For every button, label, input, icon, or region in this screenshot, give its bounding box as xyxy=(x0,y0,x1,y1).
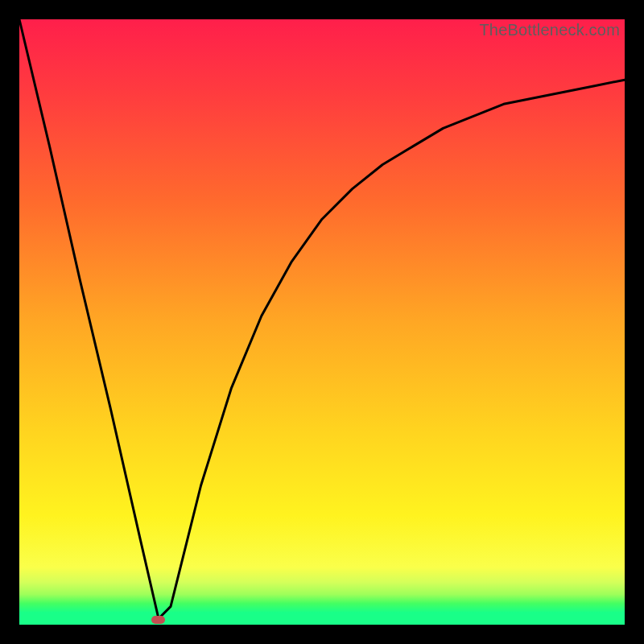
plot-area: TheBottleneck.com xyxy=(19,19,625,625)
curve-path xyxy=(19,19,625,619)
bottleneck-curve xyxy=(19,19,625,625)
chart-frame: TheBottleneck.com xyxy=(0,0,644,644)
min-marker-icon xyxy=(151,616,165,624)
